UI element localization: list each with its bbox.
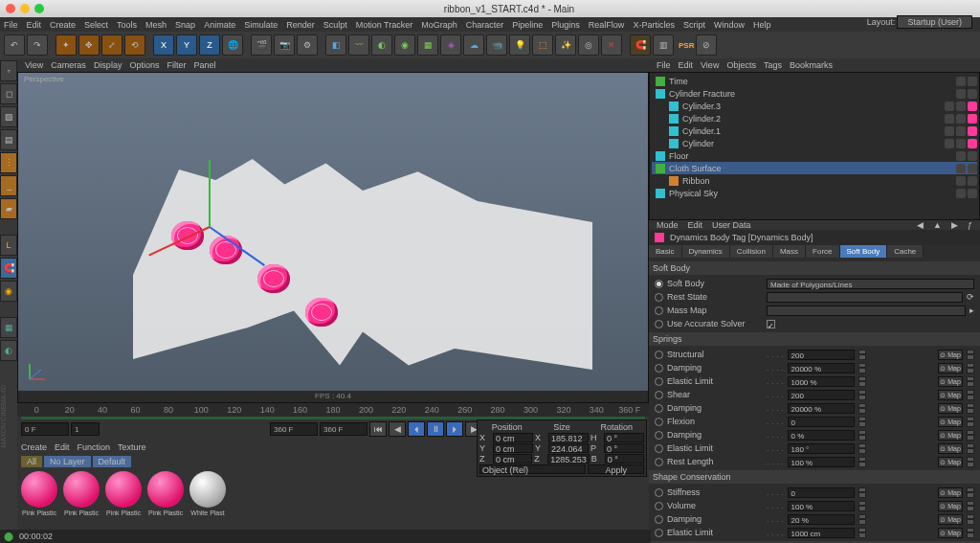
map-button[interactable]: ⊙ Map <box>938 350 963 360</box>
om-objects[interactable]: Objects <box>726 60 756 70</box>
layout-selector[interactable]: Layout: Startup (User) <box>867 17 972 27</box>
reststate-radio[interactable] <box>655 293 663 302</box>
dynamics[interactable]: ◎ <box>578 34 599 56</box>
vis-tag[interactable] <box>956 114 966 124</box>
menu-help[interactable]: Help <box>753 20 771 30</box>
attr-up-icon[interactable]: ▲ <box>933 220 942 230</box>
param-radio[interactable] <box>655 431 663 440</box>
menu-mograph[interactable]: MoGraph <box>421 20 457 30</box>
nurbs[interactable]: ◉ <box>394 34 415 56</box>
stepper[interactable] <box>858 350 866 360</box>
edges-mode[interactable]: ⎯ <box>0 175 17 196</box>
param-input[interactable]: 100 % <box>788 457 855 467</box>
mat-tag-default[interactable]: Default <box>93 456 132 467</box>
material-tag[interactable] <box>968 114 977 124</box>
vis-tag[interactable] <box>968 176 977 186</box>
prev-frame-button[interactable]: ⏴ <box>408 421 425 437</box>
material-tag[interactable] <box>968 126 977 136</box>
select-tool[interactable]: ✦ <box>56 34 77 56</box>
material-preview[interactable]: Pink Plastic <box>105 471 142 516</box>
render-view[interactable]: 🎬 <box>251 34 272 56</box>
map-stepper[interactable] <box>967 501 974 511</box>
map-button[interactable]: ⊙ Map <box>938 390 963 400</box>
stepper[interactable] <box>858 403 866 414</box>
stepper[interactable] <box>858 363 866 373</box>
param-input[interactable]: 1000 % <box>788 376 855 387</box>
set-button[interactable]: ⟳ <box>967 292 974 302</box>
param-radio[interactable] <box>655 364 663 373</box>
softbody-radio[interactable] <box>655 280 663 288</box>
param-input[interactable]: 20000 % <box>788 403 855 414</box>
vis-tag[interactable] <box>945 114 954 124</box>
viewport-solo[interactable]: ▦ <box>0 317 17 338</box>
axis-y-toggle[interactable]: Y <box>176 34 197 56</box>
vis-tag[interactable] <box>945 102 954 111</box>
mat-tag-all[interactable]: All <box>21 456 42 467</box>
menu-mesh[interactable]: Mesh <box>145 20 167 30</box>
vis-tag[interactable] <box>956 176 966 186</box>
massmap-radio[interactable] <box>655 306 663 315</box>
menu-pipeline[interactable]: Pipeline <box>512 20 543 30</box>
attr-edit[interactable]: Edit <box>688 220 703 230</box>
texture-mode[interactable]: ▨ <box>0 106 17 127</box>
object-tree[interactable]: TimeCylinder FractureCylinder.3Cylinder.… <box>649 72 980 220</box>
vis-tag[interactable] <box>968 151 977 161</box>
param-radio[interactable] <box>655 377 663 386</box>
size-y-input[interactable]: 224.064 cm <box>548 443 589 453</box>
mat-create-menu[interactable]: Create <box>21 442 47 452</box>
map-stepper[interactable] <box>967 403 974 414</box>
object-row[interactable]: Cylinder Fracture <box>652 87 977 100</box>
map-stepper[interactable] <box>967 457 974 467</box>
object-row[interactable]: Cylinder <box>652 137 977 149</box>
vis-tag[interactable] <box>956 189 966 198</box>
param-input[interactable]: 180 ° <box>788 443 855 454</box>
axis-toggle[interactable]: L <box>0 235 17 256</box>
material-tag[interactable] <box>968 139 977 148</box>
solver-checkbox[interactable] <box>767 320 775 328</box>
timeline-ruler[interactable]: 0 20 40 60 80 100 120 140 160 180 200 22… <box>17 403 649 417</box>
map-button[interactable]: ⊙ Map <box>938 457 963 467</box>
next-frame-button[interactable]: ⏵ <box>446 421 463 437</box>
vis-tag[interactable] <box>968 77 977 86</box>
param-input[interactable]: 200 <box>788 390 855 400</box>
massmap-arrow-icon[interactable]: ▸ <box>969 305 974 315</box>
vis-tag[interactable] <box>956 139 966 148</box>
map-stepper[interactable] <box>967 528 974 538</box>
stepper[interactable] <box>858 457 866 467</box>
vis-tag[interactable] <box>968 89 977 99</box>
solver-radio[interactable] <box>655 320 663 328</box>
map-stepper[interactable] <box>967 390 974 400</box>
attr-next-icon[interactable]: ▶ <box>951 220 958 230</box>
menu-render[interactable]: Render <box>286 20 315 30</box>
map-stepper[interactable] <box>967 363 974 373</box>
param-radio[interactable] <box>655 458 663 466</box>
param-input[interactable]: 1000 cm <box>788 528 855 538</box>
tab-cache[interactable]: Cache <box>887 245 924 258</box>
mat-edit-menu[interactable]: Edit <box>55 442 70 452</box>
close-icon[interactable] <box>6 4 15 13</box>
mograph-btn[interactable]: ⬚ <box>532 34 553 56</box>
map-stepper[interactable] <box>967 514 974 525</box>
map-button[interactable]: ⊙ Map <box>938 363 963 373</box>
particles[interactable]: ✨ <box>555 34 576 56</box>
menu-script[interactable]: Script <box>683 20 705 30</box>
size-x-input[interactable]: 185.812 cm <box>548 433 589 442</box>
param-input[interactable]: 0 <box>788 417 855 427</box>
object-mode[interactable]: ◻ <box>0 83 17 104</box>
stepper[interactable] <box>858 528 866 538</box>
menu-sculpt[interactable]: Sculpt <box>323 20 347 30</box>
filter-menu[interactable]: Filter <box>167 60 186 70</box>
param-input[interactable]: 200 <box>788 350 855 360</box>
minimize-icon[interactable] <box>20 4 30 13</box>
psr-reset[interactable]: ⊘ <box>696 34 717 56</box>
map-stepper[interactable] <box>967 430 974 441</box>
om-tags[interactable]: Tags <box>764 60 782 70</box>
vis-tag[interactable] <box>945 126 954 136</box>
coord-system[interactable]: 🌐 <box>222 34 243 56</box>
workplane[interactable]: ▥ <box>653 34 674 56</box>
polys-mode[interactable]: ▰ <box>0 198 17 219</box>
map-stepper[interactable] <box>967 417 974 427</box>
material-preview[interactable]: White Plast <box>189 471 226 516</box>
rot-b-input[interactable]: 0 ° <box>605 454 644 464</box>
zoom-icon[interactable] <box>34 4 44 13</box>
